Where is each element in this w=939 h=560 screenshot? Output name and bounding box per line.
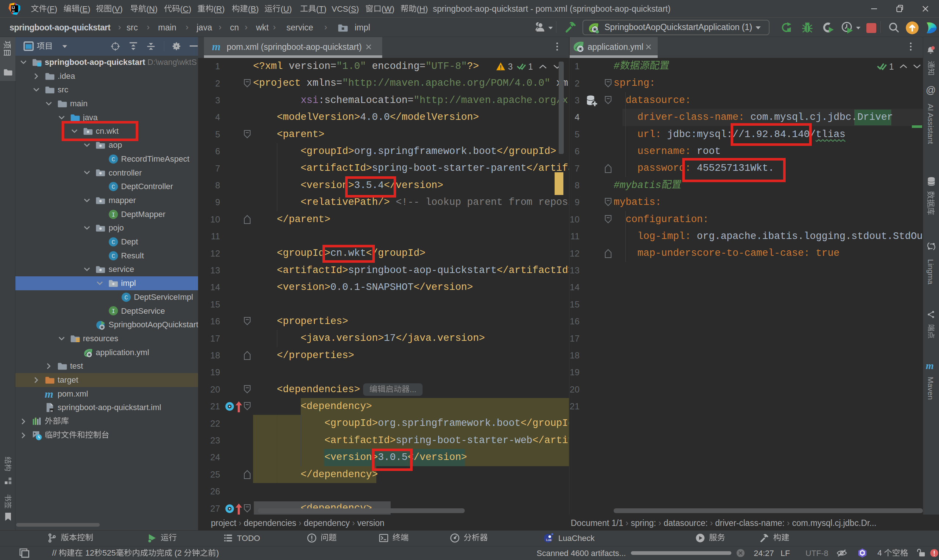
svg-text:IJ: IJ (12, 6, 15, 10)
svg-text:C: C (124, 295, 128, 301)
svg-text:I: I (111, 308, 115, 315)
svg-text:C: C (111, 239, 115, 246)
svg-text:C: C (111, 157, 115, 163)
svg-text:C: C (111, 184, 115, 191)
svg-text:C: C (111, 253, 115, 260)
svg-text:I: I (111, 212, 115, 218)
svg-text:Lua: Lua (546, 538, 552, 542)
